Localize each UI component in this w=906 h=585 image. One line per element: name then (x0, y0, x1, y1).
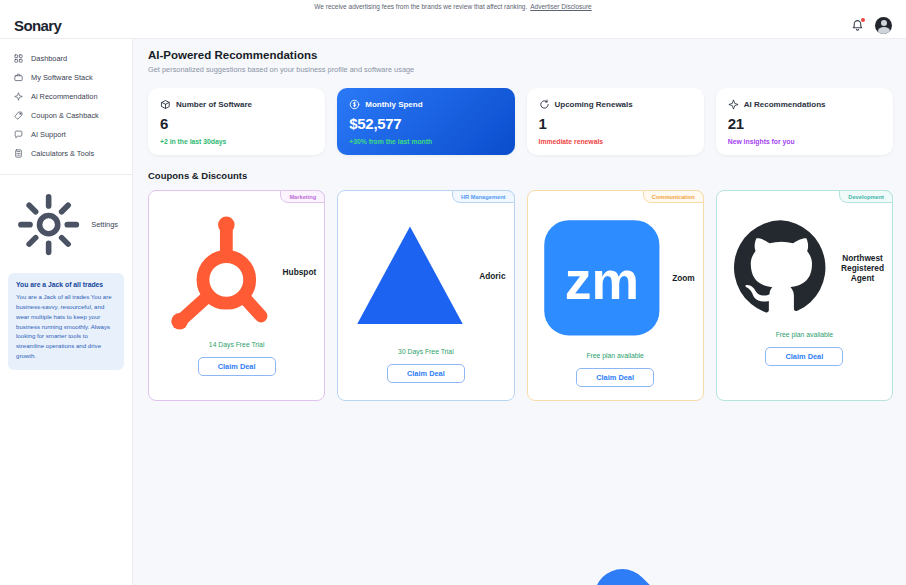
sidebar-item-my-software-stack[interactable]: My Software Stack (0, 68, 132, 87)
coupon-category-badge: Marketing (280, 190, 325, 203)
calculator-icon (14, 149, 23, 158)
briefcase-icon (14, 73, 23, 82)
stat-value: 1 (539, 115, 692, 132)
page-title: AI-Powered Recommendations (148, 49, 893, 61)
coupon-category-badge: Development (839, 190, 893, 203)
claim-deal-button[interactable]: Claim Deal (198, 357, 276, 376)
profile-card-title: You are a Jack of all trades (16, 281, 116, 288)
stat-label: Upcoming Renewals (555, 100, 633, 109)
coupon-deal-text: 14 Days Free Trial (157, 341, 316, 348)
sparkle-icon (728, 99, 739, 110)
claim-deal-button[interactable]: Claim Deal (387, 364, 465, 383)
sparkle-icon (14, 92, 23, 101)
coupon-card-hubspot: MarketingHubspot14 Days Free TrialClaim … (148, 190, 325, 401)
coupons-row: MarketingHubspot14 Days Free TrialClaim … (148, 190, 893, 401)
stat-card-ai-recommendations: AI Recommendations21New insights for you (716, 88, 893, 155)
sidebar: DashboardMy Software StackAi Recommendat… (0, 39, 133, 585)
coupon-brand-name: Adoric (479, 271, 505, 281)
coupon-card-zoom: CommunicationzmZoomFree plan availableCl… (527, 190, 704, 401)
stat-label: AI Recommendations (744, 100, 826, 109)
sidebar-item-label: Settings (91, 220, 118, 229)
stat-card-header: Upcoming Renewals (539, 99, 692, 110)
stat-note: +30% from the last month (349, 138, 502, 145)
advertiser-disclosure-link[interactable]: Advertiser Disclosure (530, 3, 591, 10)
sidebar-item-label: My Software Stack (31, 73, 93, 82)
ad-disclosure-banner: We receive advertising fees from the bra… (0, 0, 906, 13)
coupon-brand-name: Zoom (672, 273, 695, 283)
sidebar-item-ai-support[interactable]: AI Support (0, 125, 132, 144)
profile-card-body: You are a Jack of all trades You are bus… (16, 292, 116, 360)
svg-text:zm: zm (564, 251, 638, 310)
sidebar-divider (0, 174, 132, 175)
stat-card-upcoming-renewals: Upcoming Renewals1Immediate renewals (527, 88, 704, 155)
sidebar-item-label: Calculators & Tools (31, 149, 94, 158)
stat-value: 21 (728, 115, 881, 132)
user-avatar[interactable] (875, 17, 892, 34)
see-all-coupons-link[interactable]: See all coupons (148, 412, 893, 585)
stat-card-header: Monthly Spend (349, 99, 502, 110)
notification-bell-icon[interactable] (851, 19, 864, 32)
stat-card-header: Number of Software (160, 99, 313, 110)
coupon-brand-name: Northwest Registered Agent (841, 253, 884, 283)
gear-icon (14, 190, 83, 259)
app-window: We receive advertising fees from the bra… (0, 0, 906, 585)
dashboard-icon (14, 54, 23, 63)
stat-note: New insights for you (728, 138, 881, 145)
sonary-logo: Sonary (14, 17, 61, 34)
hubspot-logo (157, 212, 278, 333)
package-icon (160, 99, 171, 110)
zoom-logo: zm (536, 212, 668, 344)
coupon-card-northwest-registered-agent: DevelopmentNorthwest Registered AgentFre… (716, 190, 893, 401)
coupon-deal-text: 30 Days Free Trial (346, 348, 505, 355)
sidebar-item-settings[interactable]: Settings (0, 185, 132, 264)
coupon-card-adoric: HR ManagementAdoric30 Days Free TrialCla… (337, 190, 514, 401)
stat-label: Monthly Spend (365, 100, 422, 109)
coupon-brand: Northwest Registered Agent (725, 212, 884, 323)
claim-deal-button[interactable]: Claim Deal (576, 368, 654, 387)
coupon-category-badge: HR Management (452, 190, 515, 203)
chat-icon (14, 130, 23, 139)
page-subtitle: Get personalized suggestions based on yo… (148, 65, 893, 74)
coupon-icon (14, 111, 23, 120)
stat-card-monthly-spend: Monthly Spend$52,577+30% from the last m… (337, 88, 514, 155)
stat-note: Immediate renewals (539, 138, 692, 145)
stat-card-header: AI Recommendations (728, 99, 881, 110)
profile-insight-card: You are a Jack of all trades You are a J… (8, 273, 124, 369)
sidebar-item-coupon-cashback[interactable]: Coupon & Cashback (0, 106, 132, 125)
adoric-logo (346, 212, 474, 340)
top-bar: Sonary (0, 13, 906, 38)
nwra-logo (725, 212, 836, 323)
notification-dot (861, 18, 865, 22)
coupon-brand: zmZoom (536, 212, 695, 344)
coupon-deal-text: Free plan available (536, 352, 695, 359)
stat-value: $52,577 (349, 115, 502, 132)
sidebar-item-label: Ai Recommendation (31, 92, 98, 101)
dollar-circle-icon (349, 99, 360, 110)
stat-card-number-of-software: Number of Software6+2 in the last 30days (148, 88, 325, 155)
sidebar-item-label: Dashboard (31, 54, 67, 63)
stat-note: +2 in the last 30days (160, 138, 313, 145)
coupon-deal-text: Free plan available (725, 331, 884, 338)
coupon-brand: Adoric (346, 212, 505, 340)
sidebar-item-label: Coupon & Cashback (31, 111, 99, 120)
sidebar-item-calculators-tools[interactable]: Calculators & Tools (0, 144, 132, 163)
claim-deal-button[interactable]: Claim Deal (765, 347, 843, 366)
sidebar-nav: DashboardMy Software StackAi Recommendat… (0, 49, 132, 163)
stat-value: 6 (160, 115, 313, 132)
sidebar-item-dashboard[interactable]: Dashboard (0, 49, 132, 68)
sidebar-item-ai-recommendation[interactable]: Ai Recommendation (0, 87, 132, 106)
main-content: AI-Powered Recommendations Get personali… (133, 39, 906, 585)
banner-text: We receive advertising fees from the bra… (314, 3, 527, 10)
stat-label: Number of Software (176, 100, 252, 109)
coupon-brand-name: Hubspot (283, 267, 317, 277)
refresh-icon (539, 99, 550, 110)
coupon-brand: Hubspot (157, 212, 316, 333)
stats-row: Number of Software6+2 in the last 30days… (148, 88, 893, 155)
sidebar-item-label: AI Support (31, 130, 66, 139)
arrow-right-icon (205, 412, 893, 585)
coupons-section-title: Coupons & Discounts (148, 170, 893, 181)
coupon-category-badge: Communication (643, 190, 704, 203)
